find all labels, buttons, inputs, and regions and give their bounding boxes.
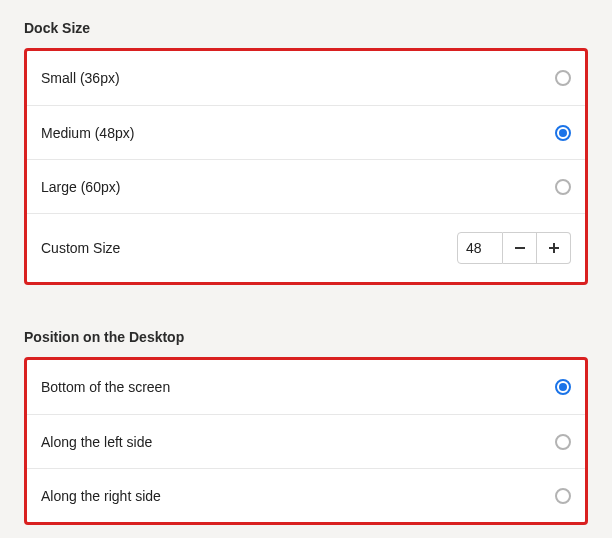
radio-icon (555, 70, 571, 86)
position-option-label: Bottom of the screen (41, 379, 170, 395)
position-option-right[interactable]: Along the right side (27, 468, 585, 522)
dock-size-option-large[interactable]: Large (60px) (27, 159, 585, 213)
dock-size-option-label: Small (36px) (41, 70, 120, 86)
position-option-bottom[interactable]: Bottom of the screen (27, 360, 585, 414)
position-panel: Bottom of the screen Along the left side… (24, 357, 588, 525)
dock-size-title: Dock Size (24, 0, 588, 48)
stepper-decrement-button[interactable] (503, 232, 537, 264)
dock-size-option-medium[interactable]: Medium (48px) (27, 105, 585, 159)
dock-size-option-small[interactable]: Small (36px) (27, 51, 585, 105)
svg-rect-0 (515, 247, 525, 249)
dock-size-custom-row: Custom Size (27, 213, 585, 282)
stepper-increment-button[interactable] (537, 232, 571, 264)
dock-size-panel: Small (36px) Medium (48px) Large (60px) … (24, 48, 588, 285)
radio-icon (555, 488, 571, 504)
dock-size-custom-label: Custom Size (41, 240, 120, 256)
dock-size-option-label: Medium (48px) (41, 125, 134, 141)
radio-icon (555, 125, 571, 141)
radio-icon (555, 379, 571, 395)
radio-icon (555, 434, 571, 450)
radio-icon (555, 179, 571, 195)
position-option-left[interactable]: Along the left side (27, 414, 585, 468)
position-option-label: Along the left side (41, 434, 152, 450)
custom-size-stepper (457, 232, 571, 264)
dock-size-option-label: Large (60px) (41, 179, 120, 195)
custom-size-input[interactable] (457, 232, 503, 264)
svg-rect-2 (553, 243, 555, 253)
plus-icon (548, 242, 560, 254)
position-title: Position on the Desktop (24, 309, 588, 357)
minus-icon (514, 242, 526, 254)
position-option-label: Along the right side (41, 488, 161, 504)
